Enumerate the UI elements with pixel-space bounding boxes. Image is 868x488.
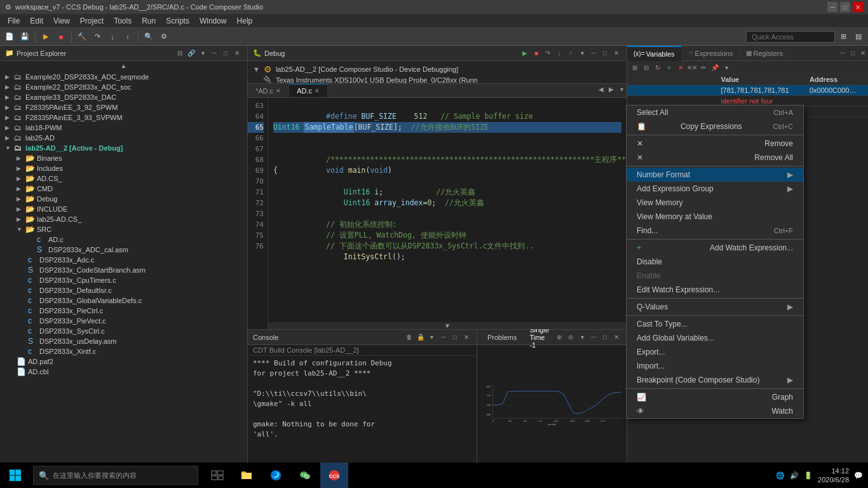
- scroll-up-arrow[interactable]: ▲: [0, 61, 247, 71]
- ctx-enable[interactable]: Enable: [627, 269, 803, 283]
- new-button[interactable]: 📄: [3, 30, 17, 44]
- minimize-panel-button[interactable]: ─: [209, 48, 219, 58]
- var-add-button[interactable]: +: [664, 62, 674, 72]
- tab-close-icon[interactable]: ✕: [276, 88, 281, 94]
- tab-registers[interactable]: ▦ Registers: [740, 46, 789, 61]
- menu-file[interactable]: File: [3, 15, 25, 27]
- ctx-q-values[interactable]: Q-Values ▶: [627, 300, 803, 314]
- ctx-find[interactable]: Find... Ctrl+F: [627, 224, 803, 238]
- tree-item-dsp-pie[interactable]: c DSP2833x_PieCtrl.c: [0, 306, 247, 316]
- tab-ad-modified[interactable]: *AD.c ✕: [248, 84, 289, 97]
- ctx-copy-expressions[interactable]: 📋 Copy Expressions Ctrl+C: [627, 119, 803, 133]
- console-scroll-lock[interactable]: 🔒: [416, 332, 426, 342]
- tree-item-include[interactable]: ▶ 📂 INCLUDE: [0, 204, 247, 214]
- tree-item-f28335-spwm[interactable]: ▶ 🗂 F28335PAinEE_3_92_SPWM: [0, 102, 247, 112]
- console-clear-button[interactable]: 🗑: [404, 332, 414, 342]
- tree-item-dsp-adc[interactable]: c DSP2833x_Adc.c: [0, 255, 247, 265]
- vars-maximize[interactable]: □: [848, 48, 858, 58]
- console-minimize[interactable]: ─: [438, 332, 449, 342]
- tree-item-lab18[interactable]: ▶ 🗂 lab18-PWM: [0, 123, 247, 133]
- tab-variables[interactable]: (x)= Variables: [627, 46, 682, 61]
- tree-item-example33[interactable]: ▶ 🗂 Example33_DSP2833x_DAC: [0, 92, 247, 102]
- tree-item-adcbl[interactable]: 📄 AD.cbl: [0, 367, 247, 377]
- var-edit-button[interactable]: ✏: [698, 62, 709, 72]
- ctx-add-global-variables[interactable]: Add Global Variables...: [627, 331, 803, 345]
- tree-item-adc-cal[interactable]: S DSP2833x_ADC_cal.asm: [0, 245, 247, 255]
- var-collapse-button[interactable]: ⊟: [641, 62, 651, 72]
- tree-item-dsp-default[interactable]: c DSP2833x_DefaultIsr.c: [0, 285, 247, 295]
- maximize-button[interactable]: □: [840, 2, 850, 12]
- ctx-view-memory-at-value[interactable]: View Memory at Value: [627, 210, 803, 224]
- menu-help[interactable]: Help: [232, 15, 258, 27]
- stop-button[interactable]: ■: [54, 30, 68, 44]
- tree-item-f28335-svpwm[interactable]: ▶ 🗂 F28335PAinEE_3_93_SVPWM: [0, 112, 247, 123]
- tree-item-adpaf2[interactable]: 📄 AD.paf2: [0, 356, 247, 367]
- minimize-button[interactable]: ─: [827, 2, 837, 12]
- console-close[interactable]: ✕: [461, 332, 471, 342]
- debug-view-menu[interactable]: ▾: [577, 48, 587, 58]
- var-pin-button[interactable]: 📌: [710, 62, 720, 72]
- debug-close[interactable]: ✕: [611, 48, 621, 58]
- ctx-breakpoint[interactable]: Breakpoint (Code Composer Studio) ▶: [627, 373, 803, 387]
- ctx-import[interactable]: Import...: [627, 359, 803, 373]
- tab-ad-active[interactable]: AD.c ✕: [289, 84, 328, 97]
- console-content[interactable]: **** Build of configuration Debug for pr…: [248, 356, 477, 463]
- ctx-view-memory[interactable]: View Memory: [627, 196, 803, 210]
- chart-action-2[interactable]: ⊖: [566, 332, 576, 342]
- editor-view-menu[interactable]: ▾: [616, 84, 627, 94]
- tree-item-binaries[interactable]: ▶ 📂 Binaries: [0, 153, 247, 163]
- var-remove-button[interactable]: ✕: [675, 62, 686, 72]
- chart-action-1[interactable]: ⊕: [554, 332, 564, 342]
- perspectives-button[interactable]: ⊞: [836, 30, 850, 44]
- build-button[interactable]: 🔨: [75, 30, 89, 44]
- layout-button[interactable]: ▤: [851, 30, 865, 44]
- tree-item-cmd[interactable]: ▶ 📂 CMD: [0, 184, 247, 194]
- tree-item-adcs[interactable]: ▶ 📂 AD.CS_: [0, 173, 247, 184]
- taskbar-search-box[interactable]: 🔍 在这里输入你要搜索的内容: [33, 466, 198, 485]
- link-editor-button[interactable]: 🔗: [186, 48, 196, 58]
- tree-item-includes[interactable]: ▶ 📂 Includes: [0, 163, 247, 173]
- debug-device-item[interactable]: 🔌 Texas Instruments XDS100v1 USB Debug P…: [253, 75, 621, 83]
- ctx-select-all[interactable]: Select All Ctrl+A: [627, 105, 803, 119]
- taskbar-app-wechat[interactable]: [291, 463, 319, 488]
- settings-button[interactable]: ⚙: [157, 30, 171, 44]
- tree-item-example20[interactable]: ▶ 🗂 Example20_DSP2833x_ADC_seqmode: [0, 72, 247, 82]
- start-button[interactable]: [0, 463, 31, 488]
- tab-close-icon[interactable]: ✕: [315, 88, 320, 94]
- tree-item-src[interactable]: ▼ 📂 SRC: [0, 224, 247, 234]
- notification-icon[interactable]: 💬: [854, 471, 863, 480]
- close-panel-button[interactable]: ✕: [232, 48, 242, 58]
- code-content[interactable]: #define BUF_SIZE 512 // Sample buffer si…: [268, 98, 627, 329]
- tree-item-dsp-cpu[interactable]: c DSP2833x_CpuTimers.c: [0, 275, 247, 285]
- debug-session-item[interactable]: ▼ ⚙ lab25-AD__2 [Code Composer Studio - …: [253, 64, 621, 75]
- debug-stop-button[interactable]: ■: [531, 48, 541, 58]
- menu-view[interactable]: View: [48, 15, 75, 27]
- var-view-menu-button[interactable]: ▾: [721, 62, 731, 72]
- menu-tools[interactable]: Tools: [109, 15, 137, 27]
- chart-view-menu[interactable]: ▾: [577, 332, 587, 342]
- vars-minimize[interactable]: ─: [837, 48, 848, 58]
- chart-minimize[interactable]: ─: [588, 332, 599, 342]
- chart-maximize[interactable]: □: [600, 332, 610, 342]
- ctx-export[interactable]: Export...: [627, 345, 803, 359]
- maximize-panel-button[interactable]: □: [220, 48, 231, 58]
- tree-item-lab25ad2[interactable]: ▼ 🗂 lab25-AD__2 [Active - Debug]: [0, 143, 247, 153]
- close-button[interactable]: ✕: [853, 2, 863, 12]
- menu-window[interactable]: Window: [194, 15, 232, 27]
- taskbar-app-edge[interactable]: [262, 463, 290, 488]
- var-refresh-button[interactable]: ↻: [653, 62, 663, 72]
- debug-stepreturn-button[interactable]: ↑: [566, 48, 576, 58]
- tree-item-example22[interactable]: ▶ 🗂 Example22_DSP2833x_ADC_soc: [0, 82, 247, 92]
- tree-item-lab25ad[interactable]: ▶ 🗂 lab25-AD: [0, 133, 247, 143]
- tree-item-dsp-global[interactable]: c DSP2833x_GlobalVariableDefs.c: [0, 295, 247, 306]
- problems-tab[interactable]: Problems: [482, 334, 522, 341]
- zoom-button[interactable]: 🔍: [142, 30, 156, 44]
- ctx-remove[interactable]: ✕ Remove: [627, 137, 803, 151]
- taskbar-app-taskview[interactable]: [203, 463, 231, 488]
- ctx-graph[interactable]: 📈 Graph: [627, 390, 803, 404]
- tree-item-dsp-delay[interactable]: S DSP2833x_usDelay.asm: [0, 336, 247, 346]
- console-maximize[interactable]: □: [450, 332, 460, 342]
- tree-item-dsp-xintf[interactable]: c DSP2833x_Xintf.c: [0, 346, 247, 356]
- console-view-menu[interactable]: ▾: [427, 332, 437, 342]
- var-row-1[interactable]: [781,781,781,781,781 0x0000C000@Data: [627, 85, 868, 96]
